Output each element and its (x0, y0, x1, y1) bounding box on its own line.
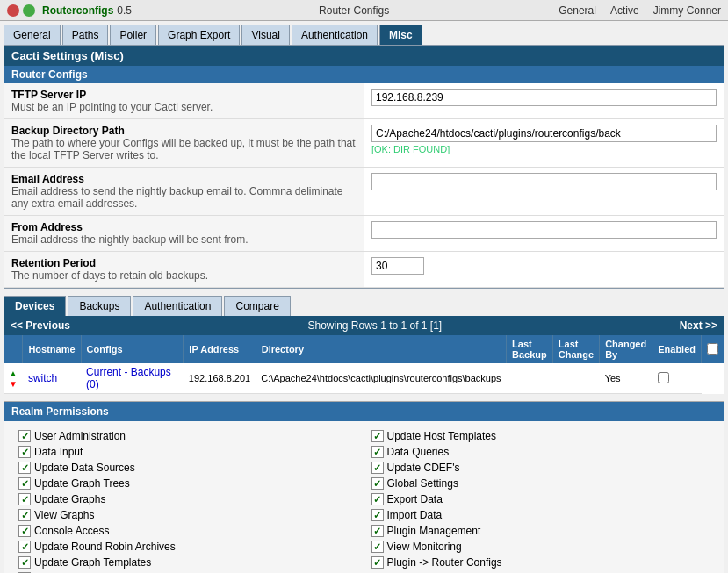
top-general: General (559, 4, 596, 17)
realm-item: View Graphs (18, 507, 357, 523)
row-enabled-checkbox[interactable] (658, 372, 669, 383)
realm-item-checkbox[interactable] (371, 477, 384, 490)
realm-item: Update Round Robin Archives (18, 539, 357, 555)
realm-item-checkbox[interactable] (371, 430, 384, 442)
tftp-input[interactable] (371, 89, 717, 106)
realm-item: Update Data Sources (18, 460, 357, 476)
realm-item: Data Queries (371, 444, 710, 460)
settings-row-retention: Retention Period The number of days to r… (4, 252, 724, 288)
tab-poller[interactable]: Poller (110, 25, 156, 45)
realm-body: User AdministrationData InputUpdate Data… (4, 421, 724, 573)
top-status: Active (610, 4, 639, 17)
realm-item-label: Data Queries (387, 446, 450, 458)
realm-item-label: User Administration (34, 430, 126, 442)
settings-label-tftp: TFTP Server IP Must be an IP pointing to… (4, 83, 364, 118)
realm-item-label: Update Graphs (34, 493, 105, 505)
realm-title: Realm Permissions (4, 402, 724, 421)
email-input[interactable] (371, 173, 717, 190)
realm-item: Plugin Management (371, 523, 710, 539)
realm-cols: User AdministrationData InputUpdate Data… (18, 428, 710, 573)
realm-item: Export Data (371, 491, 710, 507)
realm-item-checkbox[interactable] (18, 493, 31, 505)
realm-item-checkbox[interactable] (371, 462, 384, 474)
row-enabled (652, 363, 702, 394)
tab-paths[interactable]: Paths (62, 25, 109, 45)
realm-item-label: View Graphs (34, 509, 94, 521)
bottom-tab-bar: Devices Backups Authentication Compare (4, 296, 724, 316)
realm-item-checkbox[interactable] (18, 477, 31, 490)
hostname-link[interactable]: switch (28, 372, 57, 384)
realm-section: Realm Permissions User AdministrationDat… (4, 401, 724, 573)
realm-item-checkbox[interactable] (18, 462, 31, 474)
realm-item-checkbox[interactable] (371, 446, 384, 458)
realm-item: Update Graph Templates (18, 555, 357, 570)
realm-item-label: Update Host Templates (387, 430, 497, 442)
realm-item-checkbox[interactable] (371, 509, 384, 521)
tab-visual[interactable]: Visual (241, 25, 289, 45)
tab-graph-export[interactable]: Graph Export (158, 25, 240, 45)
realm-item-label: Plugin -> Router Configs (387, 556, 502, 569)
realm-item-checkbox[interactable] (371, 556, 384, 569)
settings-row-from: From Address Email address the nightly b… (4, 216, 724, 252)
plugin-name: Routerconfigs (42, 4, 113, 17)
tab-misc[interactable]: Misc (379, 25, 422, 45)
logo-green-icon (23, 4, 35, 17)
settings-panel: Cacti Settings (Misc) Router Configs TFT… (4, 45, 724, 289)
realm-item-label: Console Access (34, 525, 109, 537)
settings-row-tftp: TFTP Server IP Must be an IP pointing to… (4, 83, 724, 119)
configs-link[interactable]: Current - Backups (0) (86, 366, 171, 390)
settings-row-backup-dir: Backup Directory Path The path to where … (4, 119, 724, 168)
backup-dir-input[interactable] (371, 125, 717, 142)
tab-backups[interactable]: Backups (68, 296, 131, 316)
realm-item-label: Update Round Robin Archives (34, 541, 176, 553)
realm-item-checkbox[interactable] (18, 509, 31, 521)
pagination-bar: << Previous Showing Rows 1 to 1 of 1 [1]… (4, 316, 724, 335)
settings-value-retention (364, 252, 724, 287)
tab-general[interactable]: General (4, 25, 61, 45)
row-configs: Current - Backups (0) (81, 363, 184, 394)
realm-item: Data Input (18, 444, 357, 460)
realm-item: Update Host Templates (371, 428, 710, 444)
row-ip: 192.168.8.201 (184, 363, 256, 394)
tab-authentication[interactable]: Authentication (292, 25, 378, 45)
table-row: ▲ ▼ switch Current - Backups (0) 192.168… (4, 363, 724, 394)
realm-item: Import Data (371, 507, 710, 523)
from-input[interactable] (371, 221, 717, 239)
row-icon-cell: ▲ ▼ (4, 363, 23, 394)
settings-title: Cacti Settings (Misc) (4, 46, 724, 66)
realm-item-checkbox[interactable] (18, 541, 31, 553)
retention-input[interactable] (371, 257, 424, 275)
realm-item-checkbox[interactable] (371, 493, 384, 505)
page-title: Router Configs (149, 4, 559, 17)
main-tab-bar: General Paths Poller Graph Export Visual… (4, 25, 724, 45)
pagination-prev[interactable]: << Previous (11, 319, 70, 332)
plugin-version: 0.5 (117, 4, 132, 17)
col-configs: Configs (81, 335, 184, 363)
realm-item-checkbox[interactable] (18, 446, 31, 458)
settings-label-backup-dir: Backup Directory Path The path to where … (4, 119, 364, 167)
tab-authentication[interactable]: Authentication (133, 296, 222, 316)
realm-left-col: User AdministrationData InputUpdate Data… (18, 428, 357, 573)
tab-compare[interactable]: Compare (224, 296, 290, 316)
realm-item-checkbox[interactable] (18, 525, 31, 537)
realm-item-label: Update Graph Trees (34, 477, 130, 490)
realm-item-checkbox[interactable] (18, 556, 31, 569)
realm-item-checkbox[interactable] (18, 430, 31, 442)
realm-item-checkbox[interactable] (371, 541, 384, 553)
realm-item-checkbox[interactable] (371, 525, 384, 537)
pagination-info: Showing Rows 1 to 1 of 1 [1] (307, 319, 442, 332)
pagination-next[interactable]: Next >> (680, 319, 717, 332)
arrow-down-icon: ▼ (9, 379, 18, 389)
col-select (702, 335, 724, 363)
realm-item: Console Access (18, 523, 357, 539)
tab-devices[interactable]: Devices (4, 296, 66, 316)
realm-item: Plugin -> Router Configs (371, 555, 710, 570)
realm-item-label: Import Data (387, 509, 443, 521)
top-bar-right: General Active Jimmy Conner (559, 4, 721, 17)
settings-row-email: Email Address Email address to send the … (4, 168, 724, 216)
settings-value-tftp (364, 83, 724, 118)
top-bar: Routerconfigs 0.5 Router Configs General… (0, 0, 728, 21)
arrow-up-icon: ▲ (9, 369, 18, 378)
col-enabled: Enabled (652, 335, 702, 363)
select-all-checkbox[interactable] (707, 343, 718, 355)
